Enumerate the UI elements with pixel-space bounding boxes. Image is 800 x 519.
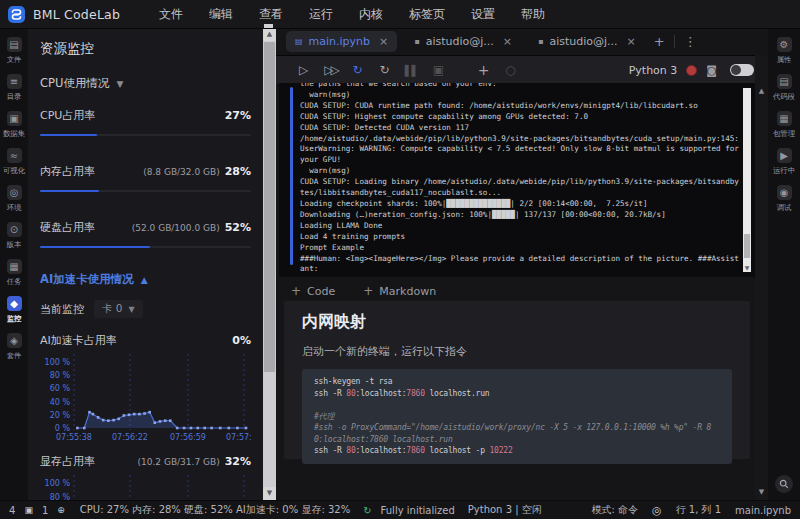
notebook-icon: ▤ xyxy=(295,37,303,46)
snapshot-icon[interactable]: ◙ xyxy=(706,64,717,77)
svg-text:07:56:22: 07:56:22 xyxy=(112,433,148,442)
current-filename: main.ipynb xyxy=(735,505,791,516)
output-scrollbar-thumb[interactable] xyxy=(744,234,750,258)
run-all-button[interactable]: ▷▷ xyxy=(317,63,344,77)
menu-item-7[interactable]: 帮助 xyxy=(508,0,558,28)
terminal-count[interactable]: 4 xyxy=(9,505,15,516)
scroll-down-icon[interactable]: ▼ xyxy=(743,264,751,271)
svg-text:100 %: 100 % xyxy=(45,358,71,367)
left-rail-item-版本[interactable]: ⊙版本 xyxy=(0,222,28,250)
menu-item-0[interactable]: 文件 xyxy=(146,0,196,28)
save-button[interactable]: ▣ xyxy=(425,63,452,77)
kernel-status[interactable]: Python 3 | 空闲 xyxy=(468,503,542,517)
scroll-up-button[interactable]: ▲ xyxy=(263,28,276,41)
cpu-usage-label: CPU占用率 xyxy=(40,108,95,123)
menu-item-4[interactable]: 内核 xyxy=(346,0,396,28)
right-rail-label: 代码段 xyxy=(773,91,795,101)
run-cell-button[interactable]: ▷ xyxy=(290,63,317,77)
output-scrollbar[interactable]: ▼ xyxy=(743,88,751,272)
add-markdown-cell-button[interactable]: + Markdown xyxy=(363,284,436,298)
disk-usage-label: 硬盘占用率 xyxy=(40,220,95,235)
cpu-usage-value: 27% xyxy=(225,109,251,122)
add-cell-button[interactable]: + xyxy=(470,62,497,78)
menu-item-5[interactable]: 标签页 xyxy=(396,0,458,28)
scroll-up-icon[interactable]: ▲ xyxy=(755,87,768,95)
status-bar: 4 ▣ 1 ⊕ CPU: 27% 内存: 28% 硬盘: 52% AI加速卡: … xyxy=(0,500,800,519)
panel-scrollbar[interactable]: ▲ ▼ xyxy=(263,28,276,500)
vram-usage-label: 显存占用率 xyxy=(40,454,95,469)
close-icon[interactable]: × xyxy=(379,35,388,48)
tab-aistudio@j...[interactable]: ▪aistudio@j...× xyxy=(529,31,645,52)
tab-bar: ▤main.ipynb×▪aistudio@j...×▪aistudio@j..… xyxy=(276,28,768,56)
interrupt-kernel-button[interactable]: ▌▌ xyxy=(398,65,425,76)
card-select[interactable]: 卡 0 ▼ xyxy=(94,300,143,318)
cursor-position[interactable]: 行 1, 列 1 xyxy=(676,503,721,517)
left-rail-item-文件[interactable]: ▤文件 xyxy=(0,37,28,65)
svg-text:80 %: 80 % xyxy=(50,371,71,380)
disk-usage-detail: (52.0 GB/100.0 GB) xyxy=(132,223,220,233)
scrollbar-thumb[interactable] xyxy=(264,42,275,372)
add-code-cell-button[interactable]: + Code xyxy=(291,284,335,298)
tab-aistudio@j...[interactable]: ▪aistudio@j...× xyxy=(405,31,521,52)
left-rail-label: 目录 xyxy=(7,91,22,101)
left-rail-item-套件[interactable]: ◈套件 xyxy=(0,333,28,361)
terminal-icon: ▪ xyxy=(414,37,419,46)
kernel-count[interactable]: 1 xyxy=(42,505,48,516)
left-rail-item-环境[interactable]: ◎环境 xyxy=(0,185,28,213)
terminal-icon: ▣ xyxy=(24,505,33,515)
right-rail-label: 调试 xyxy=(777,202,792,212)
kernel-name[interactable]: Python 3 xyxy=(629,64,678,77)
left-rail-item-数据集[interactable]: ▣数据集 xyxy=(0,111,28,139)
cpu-section-header[interactable]: CPU使用情况 ▼ xyxy=(40,76,251,91)
assistant-button[interactable] xyxy=(775,475,793,493)
left-rail-item-监控[interactable]: ◆监控 xyxy=(0,296,28,324)
restart-kernel-button[interactable]: ↻ xyxy=(344,63,371,77)
notebook-scrollbar[interactable]: ▲ ▼ xyxy=(755,55,768,500)
add-markdown-label: Markdown xyxy=(379,285,436,298)
right-rail-item-代码段[interactable]: ▤代码段 xyxy=(768,74,800,102)
svg-text:40 %: 40 % xyxy=(50,398,71,407)
notifications-icon[interactable]: ◎ xyxy=(652,504,662,517)
gpu-section-header[interactable]: AI加速卡使用情况 ▲ xyxy=(40,272,251,287)
cell-output-area: the paths that we search based on your e… xyxy=(279,83,755,277)
mode-toggle[interactable] xyxy=(730,64,754,76)
refresh-button[interactable]: ↻ xyxy=(371,63,398,77)
gpu-usage-row: AI加速卡占用率 0% xyxy=(40,333,251,348)
tab-overflow-button[interactable]: ⋮ xyxy=(675,34,706,49)
right-rail-item-属性[interactable]: ⚙属性 xyxy=(768,37,800,65)
menu-item-1[interactable]: 编辑 xyxy=(196,0,246,28)
dataset-icon: ▣ xyxy=(7,111,22,126)
resource-summary: CPU: 27% 内存: 28% 硬盘: 52% AI加速卡: 0% 显存: 3… xyxy=(80,503,350,517)
left-rail-item-目录[interactable]: ≡目录 xyxy=(0,74,28,102)
menu-item-3[interactable]: 运行 xyxy=(296,0,346,28)
new-tab-button[interactable]: + xyxy=(645,34,674,49)
kernel-busy-indicator xyxy=(686,65,697,76)
left-activity-rail: ▤文件≡目录▣数据集≈可视化◎环境⊙版本▦任务◆监控◈套件 xyxy=(0,28,28,500)
right-rail-item-运行中[interactable]: ▶运行中 xyxy=(768,148,800,176)
left-rail-item-可视化[interactable]: ≈可视化 xyxy=(0,148,28,176)
cpu-usage-row: CPU占用率 27% xyxy=(40,108,251,123)
scroll-down-button[interactable]: ▼ xyxy=(263,487,276,500)
chevron-up-icon: ▲ xyxy=(141,275,148,285)
right-rail-item-调试[interactable]: ◉调试 xyxy=(768,185,800,213)
close-icon[interactable]: × xyxy=(503,35,512,48)
right-rail-item-包管理[interactable]: ▦包管理 xyxy=(768,111,800,139)
package-manager-icon: ▦ xyxy=(777,111,792,126)
outline-icon: ≡ xyxy=(7,74,22,89)
mode-indicator[interactable]: 模式: 命令 xyxy=(591,503,638,517)
markdown-code-block: ssh-keygen -t rsassh -R 80:localhost:786… xyxy=(302,369,732,464)
left-rail-item-任务[interactable]: ▦任务 xyxy=(0,259,28,287)
markdown-paragraph: 启动一个新的终端，运行以下指令 xyxy=(302,344,732,359)
markdown-heading: 内网映射 xyxy=(302,312,732,333)
right-rail-label: 属性 xyxy=(777,54,792,64)
scroll-down-icon[interactable]: ▼ xyxy=(755,488,768,496)
tab-main.ipynb[interactable]: ▤main.ipynb× xyxy=(286,31,397,52)
memory-usage-row: 内存占用率 (8.8 GB/32.0 GB) 28% xyxy=(40,164,251,179)
kernel-menu-indicator xyxy=(264,24,273,28)
cell-actions: + Code + Markdown xyxy=(291,284,436,298)
close-icon[interactable]: × xyxy=(627,35,636,48)
menu-item-6[interactable]: 设置 xyxy=(458,0,508,28)
markdown-cell[interactable]: 内网映射 启动一个新的终端，运行以下指令 ssh-keygen -t rsass… xyxy=(284,301,750,459)
bml-codelab-window: BML CodeLab 文件编辑查看运行内核标签页设置帮助 ▤文件≡目录▣数据集… xyxy=(0,0,800,519)
record-button[interactable]: ○ xyxy=(497,63,524,77)
